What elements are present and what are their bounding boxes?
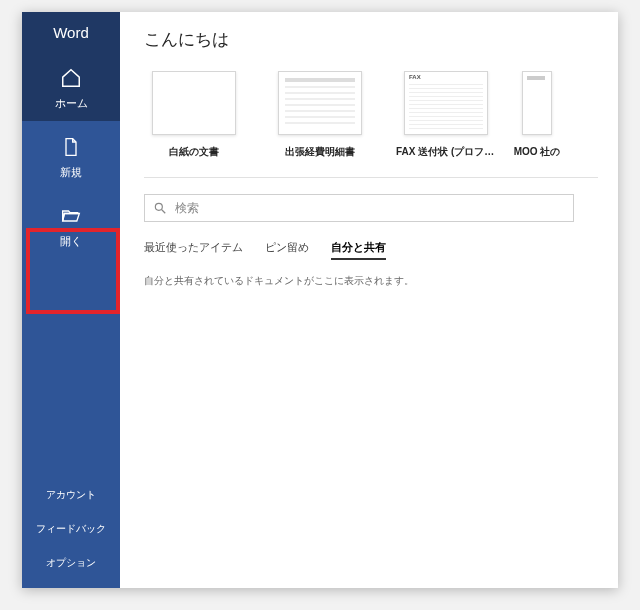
app-title: Word — [22, 12, 120, 52]
template-moo[interactable]: MOO 社の — [522, 71, 552, 159]
main-panel: こんにちは 白紙の文書 出張経費明細書 FAX 送付状 (プロフェ… MOO 社… — [120, 12, 618, 588]
nav-item-account[interactable]: アカウント — [22, 478, 120, 512]
nav-item-feedback[interactable]: フィードバック — [22, 512, 120, 546]
document-icon — [59, 135, 83, 159]
nav-item-label: ホーム — [55, 96, 88, 111]
template-blank[interactable]: 白紙の文書 — [144, 71, 244, 159]
template-thumb — [522, 71, 552, 135]
template-label: 白紙の文書 — [169, 145, 219, 159]
nav-item-home[interactable]: ホーム — [22, 52, 120, 121]
search-placeholder: 検索 — [175, 200, 199, 217]
svg-line-1 — [162, 210, 166, 214]
tab-pinned[interactable]: ピン留め — [265, 240, 309, 260]
template-label: 出張経費明細書 — [285, 145, 355, 159]
svg-point-0 — [155, 203, 162, 210]
template-thumb — [152, 71, 236, 135]
recent-tabs: 最近使ったアイテム ピン留め 自分と共有 — [144, 240, 618, 260]
nav-item-label: 開く — [60, 234, 82, 249]
nav-item-options[interactable]: オプション — [22, 546, 120, 580]
template-thumb — [404, 71, 488, 135]
nav-primary: ホーム 新規 開く — [22, 52, 120, 259]
folder-open-icon — [59, 204, 83, 228]
search-icon — [153, 201, 167, 215]
nav-item-label: 新規 — [60, 165, 82, 180]
tab-recent[interactable]: 最近使ったアイテム — [144, 240, 243, 260]
divider — [144, 177, 598, 178]
template-thumb — [278, 71, 362, 135]
template-label: MOO 社の — [514, 145, 561, 159]
nav-secondary: アカウント フィードバック オプション — [22, 478, 120, 588]
home-icon — [59, 66, 83, 90]
search-input[interactable]: 検索 — [144, 194, 574, 222]
page-title: こんにちは — [144, 28, 618, 51]
tab-empty-message: 自分と共有されているドキュメントがここに表示されます。 — [144, 274, 618, 288]
app-window: Word ホーム 新規 開く アカウント — [22, 12, 618, 588]
template-label: FAX 送付状 (プロフェ… — [396, 145, 496, 159]
template-fax[interactable]: FAX 送付状 (プロフェ… — [396, 71, 496, 159]
nav-item-new[interactable]: 新規 — [22, 121, 120, 190]
template-row: 白紙の文書 出張経費明細書 FAX 送付状 (プロフェ… MOO 社の — [144, 71, 618, 159]
sidebar: Word ホーム 新規 開く アカウント — [22, 12, 120, 588]
nav-item-open[interactable]: 開く — [22, 190, 120, 259]
tab-shared[interactable]: 自分と共有 — [331, 240, 386, 260]
template-expense[interactable]: 出張経費明細書 — [270, 71, 370, 159]
